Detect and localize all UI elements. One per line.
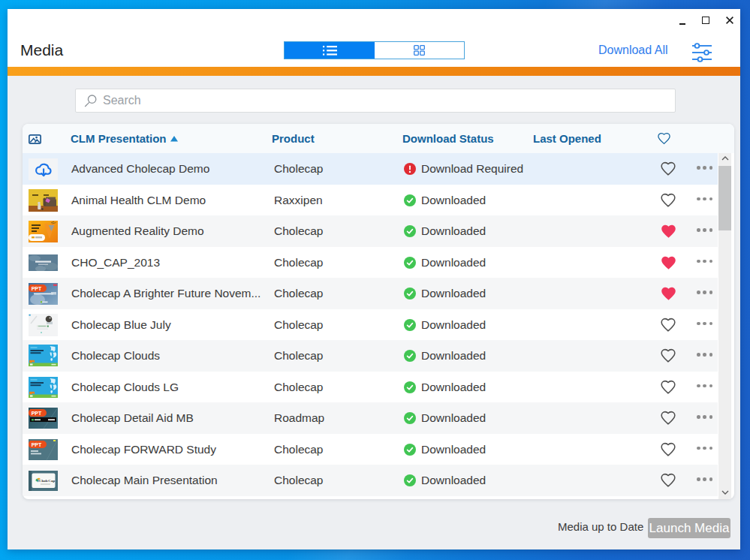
svg-text:PPT: PPT [32,441,42,447]
svg-text:PPT: PPT [32,410,42,415]
svg-text:PPT: PPT [32,285,42,291]
svg-text:CholeCap: CholeCap [39,479,56,483]
